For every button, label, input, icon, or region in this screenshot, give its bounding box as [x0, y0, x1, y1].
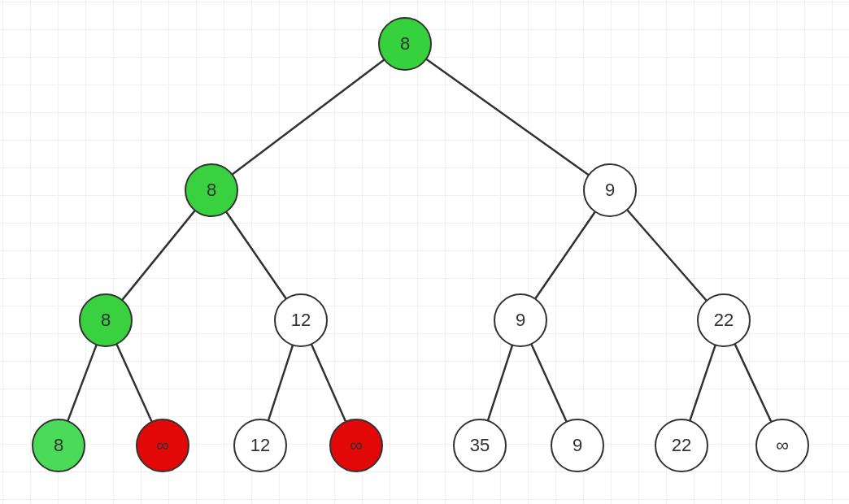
tree-node-rr: 22 [697, 293, 751, 347]
svg-line-7 [117, 345, 152, 421]
svg-line-3 [227, 212, 286, 298]
tree-leaf-1: ∞ [136, 419, 189, 472]
tree-leaf-2: 12 [233, 419, 287, 472]
tree-leaf-7: ∞ [755, 419, 809, 472]
tree-node-r: 9 [583, 163, 637, 217]
tree-leaf-5: 9 [551, 419, 604, 472]
tree-node-l: 8 [185, 163, 238, 217]
node-label: 12 [291, 310, 311, 331]
svg-line-9 [311, 345, 345, 421]
node-label: 8 [54, 435, 63, 456]
node-label: ∞ [350, 435, 363, 456]
svg-line-0 [233, 60, 383, 174]
diagram-canvas: 8 8 9 8 12 9 22 8 ∞ 12 ∞ 35 9 22 ∞ [0, 0, 849, 504]
svg-line-8 [268, 345, 293, 419]
svg-line-12 [690, 345, 716, 419]
svg-line-10 [488, 345, 512, 419]
svg-line-5 [628, 211, 707, 300]
svg-line-1 [427, 59, 588, 175]
node-label: ∞ [156, 435, 169, 456]
tree-node-rl: 9 [494, 293, 547, 347]
svg-line-11 [532, 345, 567, 421]
node-label: 12 [250, 435, 270, 456]
svg-line-6 [68, 345, 97, 420]
tree-leaf-0: 8 [32, 419, 85, 472]
node-label: 9 [605, 180, 615, 201]
node-label: 8 [207, 180, 216, 201]
svg-line-2 [123, 211, 194, 300]
node-label: 9 [573, 435, 582, 456]
node-label: 22 [714, 310, 734, 331]
tree-node-root: 8 [378, 17, 432, 71]
tree-node-ll: 8 [79, 293, 133, 347]
tree-leaf-4: 35 [453, 419, 507, 472]
svg-line-4 [536, 212, 595, 298]
node-label: ∞ [776, 435, 789, 456]
tree-leaf-6: 22 [655, 419, 708, 472]
node-label: 8 [101, 310, 111, 331]
svg-line-13 [735, 345, 771, 421]
node-label: 22 [672, 435, 691, 456]
tree-edges [0, 0, 849, 504]
node-label: 35 [470, 435, 490, 456]
node-label: 9 [516, 310, 525, 331]
tree-leaf-3: ∞ [329, 419, 383, 472]
node-label: 8 [400, 33, 410, 54]
tree-node-lr: 12 [274, 293, 328, 347]
